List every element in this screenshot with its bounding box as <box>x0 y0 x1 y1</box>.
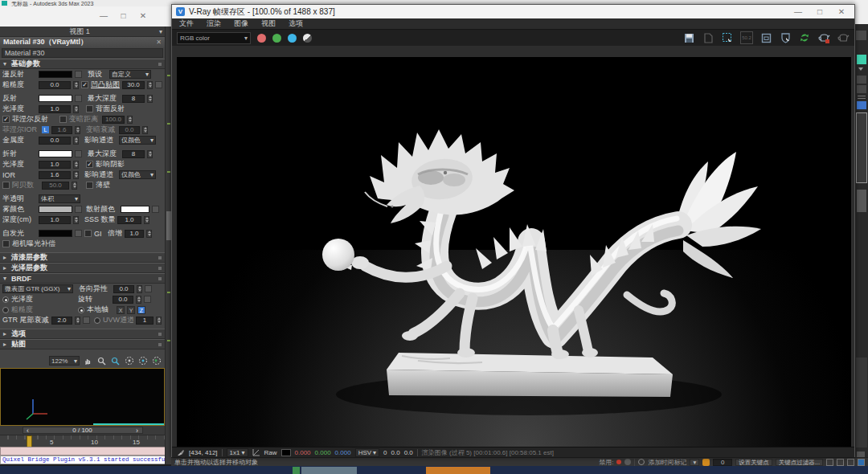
exposure-checkbox[interactable] <box>2 240 10 247</box>
render-icon[interactable] <box>837 31 850 44</box>
add-time-tag[interactable]: 添加时间标记 <box>648 458 686 467</box>
curve-icon[interactable] <box>252 448 260 456</box>
menu-options[interactable]: 选项 <box>289 18 303 29</box>
bump-spinner[interactable] <box>147 81 153 89</box>
taskbar-app-icon[interactable] <box>426 467 490 474</box>
pan-view-icon[interactable] <box>826 459 833 466</box>
translucency-dropdown[interactable]: 体积▾ <box>39 194 80 203</box>
prev-frame-icon[interactable]: ‹ <box>23 427 33 435</box>
refract-depth-value[interactable]: 8 <box>122 150 145 158</box>
close-icon[interactable]: ✕ <box>156 39 162 46</box>
backface-checkbox[interactable] <box>86 105 93 112</box>
fresnel-checkbox[interactable]: ✓ <box>2 116 10 123</box>
dim-spinner[interactable] <box>127 116 133 124</box>
hsv-dropdown[interactable]: HSV▾ <box>355 448 379 457</box>
channel-dropdown[interactable]: RGB color▾ <box>177 32 251 44</box>
gloss-value[interactable]: 1.0 <box>39 105 71 113</box>
max-depth-value[interactable]: 8 <box>122 95 145 103</box>
set-key-icon[interactable] <box>702 459 710 466</box>
render-last-icon[interactable] <box>817 31 830 44</box>
refract-map-button[interactable] <box>75 150 82 157</box>
gloss-spinner[interactable] <box>73 105 79 113</box>
taskbar-app-icon[interactable] <box>301 467 357 474</box>
affect-channels-dropdown[interactable]: 仅颜色▾ <box>119 136 156 145</box>
dim-falloff-value[interactable]: 0.0 <box>119 126 140 134</box>
reflect-map-button[interactable] <box>75 95 82 102</box>
compare-icon[interactable] <box>779 31 792 44</box>
editor-scrollbar[interactable] <box>165 27 171 464</box>
maximize-viewport-icon[interactable] <box>858 459 865 466</box>
fog-depth-spinner[interactable] <box>73 216 79 224</box>
zoom-region-icon[interactable] <box>110 356 121 366</box>
teal-color-swatch[interactable] <box>857 55 866 64</box>
alpha-channel-icon[interactable] <box>303 34 312 43</box>
windows-taskbar[interactable] <box>0 466 868 474</box>
chevron-down-icon[interactable] <box>858 67 863 71</box>
axis-y-button[interactable]: Y <box>127 306 135 314</box>
multiplier-value[interactable]: 1.0 <box>125 230 144 238</box>
section-basic[interactable]: ▾ 基础参数 <box>0 59 165 69</box>
side-button-active[interactable] <box>857 101 866 109</box>
bump-checkbox[interactable]: ✓ <box>81 81 88 88</box>
view-tab[interactable]: 视图 1 <box>0 27 159 37</box>
lock-icon[interactable]: L <box>42 126 49 133</box>
metalness-value[interactable]: 0.0 <box>39 137 71 145</box>
anisotropy-map-button[interactable] <box>145 285 152 292</box>
axis-x-button[interactable]: X <box>117 306 125 314</box>
time-slider[interactable]: ‹ 0 / 100 › <box>23 427 143 434</box>
gtr-tail-spinner[interactable] <box>75 317 80 325</box>
side-button[interactable] <box>857 76 866 84</box>
blue-channel-icon[interactable] <box>288 34 297 43</box>
pipette-icon[interactable] <box>177 448 185 456</box>
bump-map-button[interactable] <box>155 81 162 88</box>
fog-color-swatch[interactable] <box>39 206 72 213</box>
fog-map-button[interactable] <box>75 206 82 213</box>
abbe-checkbox[interactable] <box>2 182 10 189</box>
menu-render[interactable]: 渲染 <box>207 18 221 29</box>
uvw-radio[interactable] <box>94 317 100 324</box>
taskbar-app-icon[interactable] <box>293 467 300 474</box>
orbit-view-icon[interactable] <box>847 459 854 466</box>
refract-color-swatch[interactable] <box>39 150 72 157</box>
side-button[interactable] <box>857 85 866 93</box>
scatter-color-swatch[interactable] <box>121 206 149 213</box>
gi-checkbox[interactable] <box>84 230 92 237</box>
pan-to-selected-icon[interactable] <box>151 356 162 366</box>
resolution-badge[interactable]: 50.2 <box>740 31 753 44</box>
green-channel-icon[interactable] <box>272 34 281 43</box>
uvw-spinner[interactable] <box>156 317 162 325</box>
max-depth-spinner[interactable] <box>147 95 153 103</box>
minimize-button[interactable]: — <box>789 6 807 17</box>
close-button[interactable]: ✕ <box>134 10 152 22</box>
local-axis-radio[interactable] <box>78 307 84 313</box>
vfb-titlebar[interactable]: V V-Ray 帧缓存区 - [100.0% of 1488 x 837] — … <box>172 5 854 18</box>
selfillum-map-button[interactable] <box>75 230 82 237</box>
fit-window-icon[interactable] <box>760 31 772 44</box>
node-view[interactable] <box>0 368 165 426</box>
metalness-spinner[interactable] <box>73 137 79 145</box>
diffuse-color-swatch[interactable] <box>39 71 72 78</box>
gear-icon[interactable] <box>624 459 631 465</box>
section-coat[interactable]: ▸ 清漆层参数 <box>0 252 165 263</box>
anisotropy-spinner[interactable] <box>137 285 142 293</box>
maximize-button[interactable]: □ <box>115 10 133 22</box>
save-layers-icon[interactable] <box>702 31 714 44</box>
save-image-icon[interactable] <box>682 31 695 44</box>
region-render-icon[interactable] <box>721 31 734 44</box>
ipr-refresh-icon[interactable] <box>798 31 811 44</box>
preset-dropdown[interactable]: 自定义▾ <box>109 70 151 79</box>
frame-field[interactable]: 0 <box>713 459 732 466</box>
fog-depth-value[interactable]: 1.0 <box>39 216 71 224</box>
time-marker[interactable] <box>27 435 32 447</box>
roughness-value[interactable]: 0.0 <box>39 81 71 89</box>
glossiness-radio[interactable] <box>2 296 9 303</box>
dim-value[interactable]: 100.0 <box>102 116 125 124</box>
sss-amount-value[interactable]: 1.0 <box>117 216 141 224</box>
fresnel-ior-value[interactable]: 1.6 <box>51 126 72 134</box>
maximize-button[interactable]: □ <box>811 6 829 17</box>
scatter-map-button[interactable] <box>152 206 159 213</box>
zoom-extents-selected-icon[interactable] <box>137 356 148 366</box>
rotation-value[interactable]: 0.0 <box>113 296 133 304</box>
zoom-icon[interactable] <box>96 356 107 366</box>
refract-affect-dropdown[interactable]: 仅颜色▾ <box>119 170 156 179</box>
